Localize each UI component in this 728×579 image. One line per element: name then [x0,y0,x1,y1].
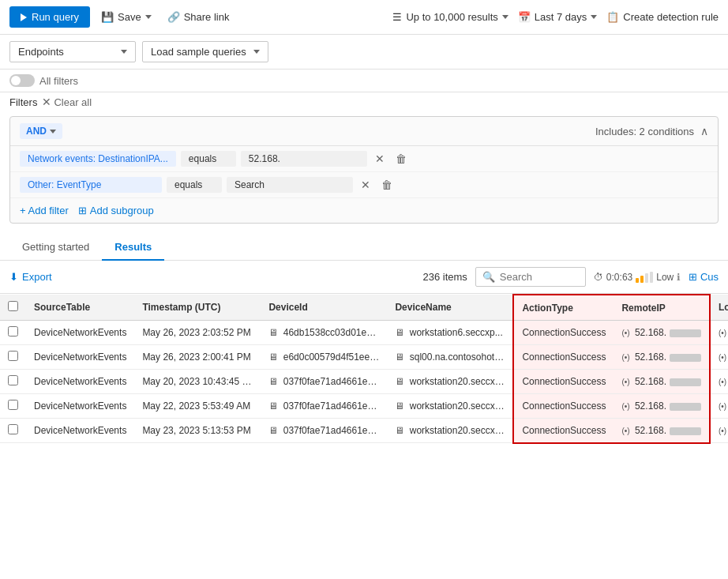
table-wrapper[interactable]: SourceTable Timestamp (UTC) DeviceId Dev… [0,294,728,444]
tab-getting-started[interactable]: Getting started [9,235,102,261]
items-count: 236 items [422,271,467,283]
filter-field-2[interactable]: Other: EventType [20,177,162,193]
add-subgroup-button[interactable]: ⊞ Add subgroup [78,205,154,216]
add-subgroup-label: Add subgroup [90,205,154,216]
cell-local-ip: (•) 10.1.5.1 [710,345,728,370]
dropdowns-row: Endpoints Load sample queries [0,35,728,70]
results-table: SourceTable Timestamp (UTC) DeviceId Dev… [0,294,728,444]
device-name-icon: 🖥 [395,352,404,363]
device-name-link[interactable]: workstation20.seccxp... [410,376,508,387]
cell-device-id: 🖥 037f0fae71ad4661e3... [261,370,387,394]
row-checkbox-cell[interactable] [0,394,26,419]
row-checkbox-cell[interactable] [0,370,26,394]
cell-source: DeviceNetworkEvents [26,394,134,419]
calendar-icon: 📅 [518,11,531,23]
share-link-label: Share link [184,11,230,23]
device-name-link[interactable]: workstation20.seccxp... [410,425,508,436]
th-timestamp: Timestamp (UTC) [134,295,261,321]
tab-results-label: Results [114,241,152,253]
table-row: DeviceNetworkEvents May 23, 2023 5:13:53… [0,419,728,443]
filter-delete-1-button[interactable]: 🗑 [392,151,410,167]
row-checkbox[interactable] [8,400,18,410]
th-remote-ip: RemoteIP [614,295,710,321]
device-id-link[interactable]: 46db1538cc03d01ed... [283,327,380,338]
and-badge-label: AND [26,126,47,137]
save-icon: 💾 [101,11,114,23]
create-rule-item[interactable]: 📋 Create detection rule [606,11,719,23]
filter-op-2[interactable]: equals [167,177,222,193]
all-filters-toggle[interactable] [9,74,35,87]
run-query-label: Run query [32,11,79,23]
all-filters-bar: All filters [0,70,728,92]
cell-local-ip: (•) 192.168. [710,370,728,394]
row-checkbox[interactable] [8,326,18,336]
table-row: DeviceNetworkEvents May 22, 2023 5:53:49… [0,394,728,419]
row-checkbox-cell[interactable] [0,321,26,345]
tab-results[interactable]: Results [102,235,164,261]
add-filter-label: + Add filter [20,205,69,216]
device-name-link[interactable]: workstation6.seccxp... [410,327,503,338]
all-filters-label: All filters [39,75,78,87]
row-checkbox-cell[interactable] [0,345,26,370]
includes-text: Includes: 2 conditions [595,126,694,137]
cell-device-id: 🖥 037f0fae71ad4661e3... [261,394,387,419]
cell-source: DeviceNetworkEvents [26,345,134,370]
play-icon [21,13,27,21]
collapse-button[interactable]: ∧ [700,125,708,137]
clear-all-button[interactable]: ✕ Clear all [42,96,92,108]
endpoints-dropdown[interactable]: Endpoints [9,41,136,62]
customize-button[interactable]: ⊞ Cus [689,271,719,283]
wifi-icon: (•) [621,329,629,337]
cell-timestamp: May 20, 2023 10:43:45 PM [134,370,261,394]
th-device-id: DeviceId [261,295,387,321]
cell-device-name: 🖥 workstation20.seccxp... [387,394,513,419]
th-action-type: ActionType [513,295,614,321]
device-icon: 🖥 [268,400,278,412]
device-id-link[interactable]: e6d0c00579d4f51ee1... [283,352,383,363]
filter-delete-2-button[interactable]: 🗑 [378,177,396,193]
add-filter-button[interactable]: + Add filter [20,205,69,216]
results-search-box[interactable]: 🔍 [475,267,586,287]
select-all-checkbox[interactable] [8,301,18,311]
create-rule-label: Create detection rule [623,11,719,23]
time-range-item[interactable]: 📅 Last 7 days [518,11,598,23]
cell-source: DeviceNetworkEvents [26,419,134,443]
and-badge[interactable]: AND [20,123,62,139]
save-button[interactable]: 💾 Save [96,8,156,26]
filter-condition-1: Network events: DestinationIPA... equals… [10,146,718,172]
device-name-link[interactable]: workstation20.seccxp... [410,400,508,412]
time-range-label: Last 7 days [535,11,587,23]
device-id-link[interactable]: 037f0fae71ad4661e3... [283,376,381,387]
cell-remote-ip: (•) 52.168. [614,394,710,419]
results-search-input[interactable] [500,271,579,283]
device-name-link[interactable]: sql00.na.contosohotel... [410,352,510,363]
filter-op-1[interactable]: equals [181,151,236,167]
subgroup-icon: ⊞ [78,205,87,216]
results-limit-chevron-icon [502,15,508,19]
cell-remote-ip: (•) 52.168. [614,345,710,370]
filter-clear-1-button[interactable]: ✕ [372,151,388,167]
share-link-button[interactable]: 🔗 Share link [163,8,235,26]
top-toolbar: Run query 💾 Save 🔗 Share link ☰ Up to 10… [0,0,728,35]
perf-bar-2 [640,276,644,283]
results-limit-item[interactable]: ☰ Up to 10,000 results [392,11,508,23]
row-checkbox[interactable] [8,424,18,434]
cell-source: DeviceNetworkEvents [26,370,134,394]
filter-field-1[interactable]: Network events: DestinationIPA... [20,151,176,167]
row-checkbox[interactable] [8,375,18,385]
share-icon: 🔗 [167,11,180,23]
toolbar-left: Run query 💾 Save 🔗 Share link [9,6,234,28]
filter-clear-2-button[interactable]: ✕ [358,177,373,193]
row-checkbox-cell[interactable] [0,419,26,443]
filter-value-2[interactable]: Search [227,177,353,193]
filter-value-1[interactable]: 52.168. [241,151,367,167]
export-button[interactable]: ⬇ Export [9,271,52,283]
device-id-link[interactable]: 037f0fae71ad4661e3... [283,400,381,412]
run-query-button[interactable]: Run query [9,6,90,28]
sample-queries-dropdown[interactable]: Load sample queries [142,41,268,62]
row-checkbox[interactable] [8,351,18,361]
clock-icon: ⏱ [594,272,603,283]
device-name-icon: 🖥 [395,327,404,338]
clear-x-icon: ✕ [42,96,51,108]
device-id-link[interactable]: 037f0fae71ad4661e3... [283,425,381,436]
